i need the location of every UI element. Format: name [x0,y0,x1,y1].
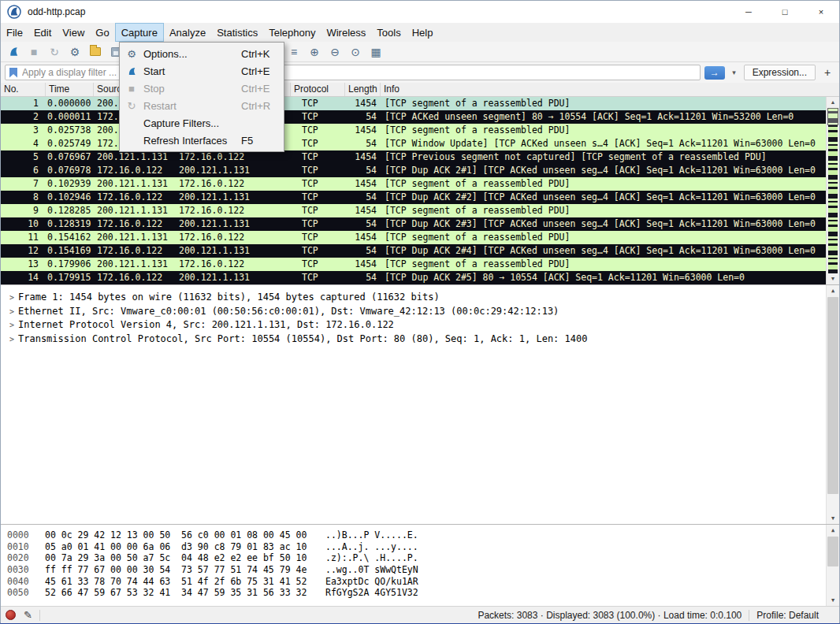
packet-info: [TCP segment of a reassembled PDU] [381,258,839,271]
packet-no: 10 [1,217,46,231]
scrollbar-thumb[interactable] [827,108,838,125]
packet-info: [TCP Window Update] [TCP ACKed unseen s…… [381,137,839,150]
menu-item-shortcut: Ctrl+K [241,48,284,60]
packet-time: 0.025749 [46,137,94,150]
packet-info: [TCP Dup ACK 2#3] [TCP ACKed unseen seg…… [381,217,839,231]
column-header-protocol[interactable]: Protocol [291,83,345,96]
details-scrollbar[interactable]: ▲ ▼ [826,285,839,524]
detail-row-tcp[interactable]: >Transmission Control Protocol, Src Port… [1,332,839,347]
packet-row[interactable]: 50.076967200.121.1.131172.16.0.122TCP145… [1,150,839,164]
zoom-in-button[interactable]: ⊕ [305,43,324,61]
packet-destination: 172.16.0.122 [176,177,291,191]
scroll-up-icon[interactable]: ▲ [827,525,839,536]
hex-row[interactable]: 000000 0c 29 42 12 13 00 50 56 c0 00 01 … [1,529,839,541]
restart-icon: ↻ [120,100,143,112]
packet-row[interactable]: 100.128319172.16.0.122200.121.1.131TCP54… [1,217,839,231]
scroll-down-icon[interactable]: ▼ [827,595,839,606]
packet-time: 0.154169 [46,244,94,258]
expander-icon[interactable]: > [6,291,18,305]
capture-comment-icon[interactable]: ✎ [24,609,32,621]
hex-row[interactable]: 002000 7a 29 3a 00 50 a7 5c 04 48 e2 e2 … [1,552,839,564]
packet-no: 9 [1,204,46,217]
packet-destination: 200.121.1.131 [176,164,291,177]
list-icon: ≡ [291,46,297,58]
expert-info-button[interactable] [6,610,16,620]
hex-row[interactable]: 005052 66 47 59 67 53 32 41 34 47 59 35 … [1,587,839,599]
packet-list-scrollbar[interactable]: ▲ ▼ [826,97,839,284]
menu-item-options[interactable]: ⚙ Options... Ctrl+K [120,45,284,62]
scroll-down-icon[interactable]: ▼ [827,273,839,284]
packet-info: [TCP segment of a reassembled PDU] [381,97,839,110]
open-file-button[interactable] [86,43,105,61]
menu-item-capture-filters[interactable]: Capture Filters... [120,114,284,132]
menu-view[interactable]: View [57,23,90,42]
hex-bytes: 52 66 47 59 67 53 32 41 34 47 59 35 31 5… [45,587,325,599]
packet-row[interactable]: 80.102946172.16.0.122200.121.1.131TCP54[… [1,191,839,204]
expander-icon[interactable]: > [6,332,18,347]
detail-row-ethernet[interactable]: >Ethernet II, Src: Vmware_c0:00:01 (00:5… [1,305,839,319]
bookmark-icon[interactable] [9,68,17,78]
hex-ascii: ..wg..0T sWwQtEyN [325,564,418,576]
hex-row[interactable]: 0030ff ff 77 67 00 00 30 54 73 57 77 51 … [1,564,839,576]
packet-protocol: TCP [291,150,345,164]
menu-item-start[interactable]: Start Ctrl+E [120,62,284,80]
column-header-info[interactable]: Info [381,83,839,96]
filter-history-caret[interactable]: ▾ [729,69,740,76]
scrollbar-thumb[interactable] [827,537,838,566]
scrollbar-thumb[interactable] [827,297,838,494]
capture-options-button[interactable]: ⚙ [65,43,84,61]
menu-help[interactable]: Help [407,23,439,42]
menu-statistics[interactable]: Statistics [211,23,263,42]
display-filter-field[interactable] [5,65,701,80]
packet-row[interactable]: 140.179915172.16.0.122200.121.1.131TCP54… [1,271,839,284]
maximize-button[interactable]: □ [767,1,803,23]
menu-file[interactable]: File [1,23,28,42]
stop-icon: ■ [31,46,37,58]
expander-icon[interactable]: > [6,318,18,332]
menu-telephony[interactable]: Telephony [263,23,321,42]
packet-row[interactable]: 130.179906200.121.1.131172.16.0.122TCP14… [1,258,839,271]
scroll-up-icon[interactable]: ▲ [827,285,839,296]
restart-icon: ↻ [50,46,59,58]
start-capture-button[interactable] [4,43,23,61]
menu-go[interactable]: Go [90,23,114,42]
zoom-normal-button[interactable]: ⊙ [346,43,365,61]
menu-edit[interactable]: Edit [28,23,57,42]
packet-no: 8 [1,191,46,204]
minimize-button[interactable]: ─ [730,1,767,23]
resize-columns-button[interactable]: ▦ [366,43,385,61]
packet-row[interactable]: 120.154169172.16.0.122200.121.1.131TCP54… [1,244,839,258]
scroll-up-icon[interactable]: ▲ [827,97,839,108]
column-header-length[interactable]: Length [345,83,381,96]
hex-row[interactable]: 004045 61 33 78 70 74 44 63 51 4f 2f 6b … [1,576,839,588]
add-filter-button[interactable]: + [820,65,835,80]
colorize-packets-button[interactable]: ≡ [284,43,303,61]
menu-item-refresh-interfaces[interactable]: Refresh Interfaces F5 [120,132,284,149]
menu-item-label: Refresh Interfaces [143,135,241,147]
expander-icon[interactable]: > [6,305,18,319]
zoom-out-button[interactable]: ⊖ [325,43,344,61]
menu-analyze[interactable]: Analyze [164,23,211,42]
packet-row[interactable]: 110.154162200.121.1.131172.16.0.122TCP14… [1,231,839,244]
packet-row[interactable]: 60.076978172.16.0.122200.121.1.131TCP54[… [1,164,839,177]
scroll-down-icon[interactable]: ▼ [827,513,839,524]
column-header-no[interactable]: No. [1,83,46,96]
menu-tools[interactable]: Tools [371,23,406,42]
expression-button[interactable]: Expression... [744,65,816,80]
menu-wireless[interactable]: Wireless [321,23,371,42]
menu-item-shortcut: Ctrl+E [241,83,284,95]
packet-row[interactable]: 90.128285200.121.1.131172.16.0.122TCP145… [1,204,839,217]
packet-row[interactable]: 70.102939200.121.1.131172.16.0.122TCP145… [1,177,839,191]
close-button[interactable]: × [803,1,839,23]
bytes-scrollbar[interactable]: ▲ ▼ [826,525,839,606]
packet-length: 54 [345,217,381,231]
apply-filter-button[interactable]: → [704,66,725,80]
detail-row-frame[interactable]: >Frame 1: 1454 bytes on wire (11632 bits… [1,291,839,305]
detail-row-ip[interactable]: >Internet Protocol Version 4, Src: 200.1… [1,318,839,332]
menu-capture[interactable]: Capture [115,23,164,42]
hex-row[interactable]: 001005 a0 01 41 00 00 6a 06 d3 90 c8 79 … [1,541,839,553]
packet-time: 0.000000 [46,97,94,110]
packet-no: 12 [1,244,46,258]
column-header-time[interactable]: Time [46,83,94,96]
profile-label[interactable]: Profile: Default [756,610,819,621]
